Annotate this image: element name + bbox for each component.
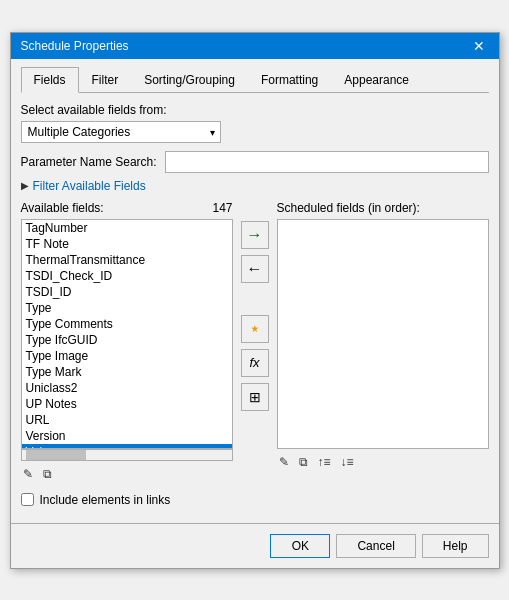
list-item[interactable]: TagNumber bbox=[22, 220, 232, 236]
scheduled-copy-icon-btn[interactable]: ⧉ bbox=[297, 453, 310, 471]
add-param-icon: ⭑ bbox=[251, 318, 259, 339]
right-arrow-icon: → bbox=[247, 226, 263, 244]
fields-area: Available fields: 147 TagNumber TF Note … bbox=[21, 201, 489, 483]
ok-button[interactable]: OK bbox=[270, 534, 330, 558]
copy-icon-btn[interactable]: ⧉ bbox=[41, 465, 54, 483]
list-item[interactable]: Type IfcGUID bbox=[22, 332, 232, 348]
include-elements-label[interactable]: Include elements in links bbox=[40, 493, 171, 507]
combine-params-button[interactable]: ⊞ bbox=[241, 383, 269, 411]
param-search-row: Parameter Name Search: bbox=[21, 151, 489, 173]
schedule-properties-dialog: Schedule Properties ✕ Fields Filter Sort… bbox=[10, 32, 500, 569]
dropdown-wrapper: Multiple Categories bbox=[21, 121, 221, 143]
cancel-button[interactable]: Cancel bbox=[336, 534, 415, 558]
available-section: Available fields: 147 TagNumber TF Note … bbox=[21, 201, 233, 483]
remove-field-button[interactable]: ← bbox=[241, 255, 269, 283]
combine-icon: ⊞ bbox=[249, 389, 261, 405]
list-item-up-notes[interactable]: UP Notes bbox=[22, 396, 232, 412]
list-item[interactable]: Type Mark bbox=[22, 364, 232, 380]
category-dropdown[interactable]: Multiple Categories bbox=[21, 121, 221, 143]
scheduled-header: Scheduled fields (in order): bbox=[277, 201, 489, 215]
list-item[interactable]: Type bbox=[22, 300, 232, 316]
filter-available-fields-link[interactable]: Filter Available Fields bbox=[33, 179, 146, 193]
copy-icon: ⧉ bbox=[43, 467, 52, 481]
sort-descending-btn[interactable]: ↓≡ bbox=[339, 453, 356, 471]
tab-filter[interactable]: Filter bbox=[79, 67, 132, 93]
help-button[interactable]: Help bbox=[422, 534, 489, 558]
list-item[interactable]: Version bbox=[22, 428, 232, 444]
fx-icon: fx bbox=[249, 355, 259, 370]
scheduled-label: Scheduled fields (in order): bbox=[277, 201, 420, 215]
scheduled-pencil-icon: ✎ bbox=[279, 455, 289, 469]
close-button[interactable]: ✕ bbox=[469, 39, 489, 53]
middle-buttons: → ← ⭑ fx ⊞ bbox=[241, 201, 269, 411]
list-item[interactable]: URL bbox=[22, 412, 232, 428]
select-fields-label: Select available fields from: bbox=[21, 103, 489, 117]
footer-buttons: OK Cancel Help bbox=[11, 523, 499, 568]
available-count: 147 bbox=[212, 201, 232, 215]
pencil-icon-btn[interactable]: ✎ bbox=[21, 465, 35, 483]
available-list-buttons: ✎ ⧉ bbox=[21, 465, 233, 483]
param-search-label: Parameter Name Search: bbox=[21, 155, 157, 169]
scroll-thumb bbox=[26, 450, 86, 460]
scheduled-copy-icon: ⧉ bbox=[299, 455, 308, 469]
tab-sorting[interactable]: Sorting/Grouping bbox=[131, 67, 248, 93]
available-fields-list[interactable]: TagNumber TF Note ThermalTransmittance T… bbox=[21, 219, 233, 449]
list-item[interactable]: Uniclass2 bbox=[22, 380, 232, 396]
scheduled-pencil-icon-btn[interactable]: ✎ bbox=[277, 453, 291, 471]
dialog-content: Fields Filter Sorting/Grouping Formattin… bbox=[11, 59, 499, 517]
sort-asc-icon: ↑≡ bbox=[318, 455, 331, 469]
tab-appearance[interactable]: Appearance bbox=[331, 67, 422, 93]
filter-row[interactable]: ▶ Filter Available Fields bbox=[21, 179, 489, 193]
tab-bar: Fields Filter Sorting/Grouping Formattin… bbox=[21, 67, 489, 93]
formula-button[interactable]: fx bbox=[241, 349, 269, 377]
sort-ascending-btn[interactable]: ↑≡ bbox=[316, 453, 333, 471]
dropdown-row: Multiple Categories bbox=[21, 121, 489, 143]
add-field-button[interactable]: → bbox=[241, 221, 269, 249]
tab-formatting[interactable]: Formatting bbox=[248, 67, 331, 93]
pencil-icon: ✎ bbox=[23, 467, 33, 481]
list-item[interactable]: TSDI_ID bbox=[22, 284, 232, 300]
list-item[interactable]: TSDI_Check_ID bbox=[22, 268, 232, 284]
list-box-inner: TagNumber TF Note ThermalTransmittance T… bbox=[22, 220, 232, 449]
available-label: Available fields: bbox=[21, 201, 104, 215]
param-search-input[interactable] bbox=[165, 151, 489, 173]
add-calculated-param-button[interactable]: ⭑ bbox=[241, 315, 269, 343]
scheduled-list-buttons: ✎ ⧉ ↑≡ ↓≡ bbox=[277, 453, 489, 471]
sort-desc-icon: ↓≡ bbox=[341, 455, 354, 469]
scheduled-fields-list[interactable] bbox=[277, 219, 489, 449]
available-header: Available fields: 147 bbox=[21, 201, 233, 215]
tab-fields[interactable]: Fields bbox=[21, 67, 79, 93]
scheduled-section: Scheduled fields (in order): ✎ ⧉ ↑≡ ↓≡ bbox=[277, 201, 489, 471]
include-elements-row: Include elements in links bbox=[21, 493, 489, 507]
list-item[interactable]: Type Comments bbox=[22, 316, 232, 332]
list-item[interactable]: ThermalTransmittance bbox=[22, 252, 232, 268]
list-item[interactable]: Type Image bbox=[22, 348, 232, 364]
list-item[interactable]: TF Note bbox=[22, 236, 232, 252]
horizontal-scrollbar[interactable] bbox=[21, 449, 233, 461]
left-arrow-icon: ← bbox=[247, 260, 263, 278]
include-elements-checkbox[interactable] bbox=[21, 493, 34, 506]
filter-triangle-icon: ▶ bbox=[21, 180, 29, 191]
dialog-title: Schedule Properties bbox=[21, 39, 129, 53]
title-bar: Schedule Properties ✕ bbox=[11, 33, 499, 59]
